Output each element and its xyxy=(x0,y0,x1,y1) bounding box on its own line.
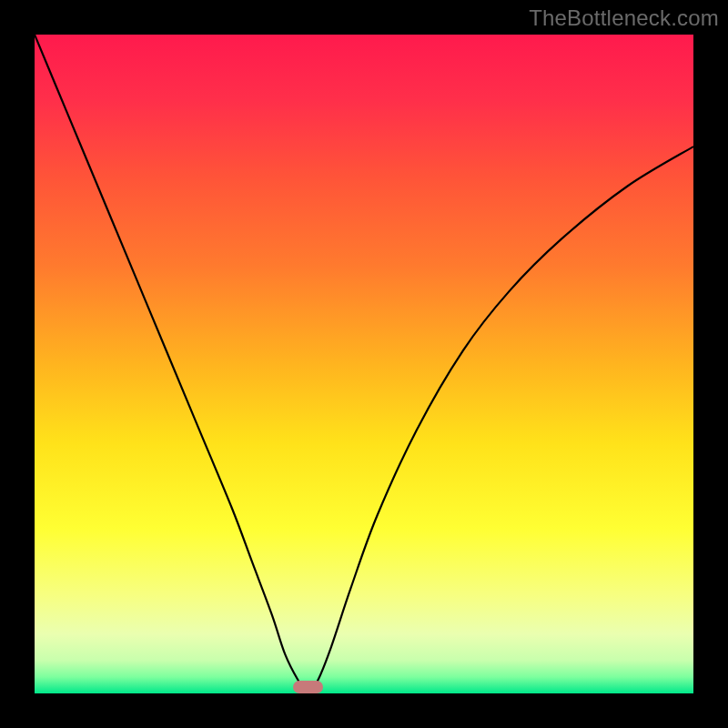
watermark-label: TheBottleneck.com xyxy=(529,5,719,31)
chart-plot-area xyxy=(35,35,693,693)
minimum-marker xyxy=(293,681,323,693)
chart-frame: TheBottleneck.com xyxy=(0,0,728,728)
bottleneck-curve xyxy=(35,35,693,693)
